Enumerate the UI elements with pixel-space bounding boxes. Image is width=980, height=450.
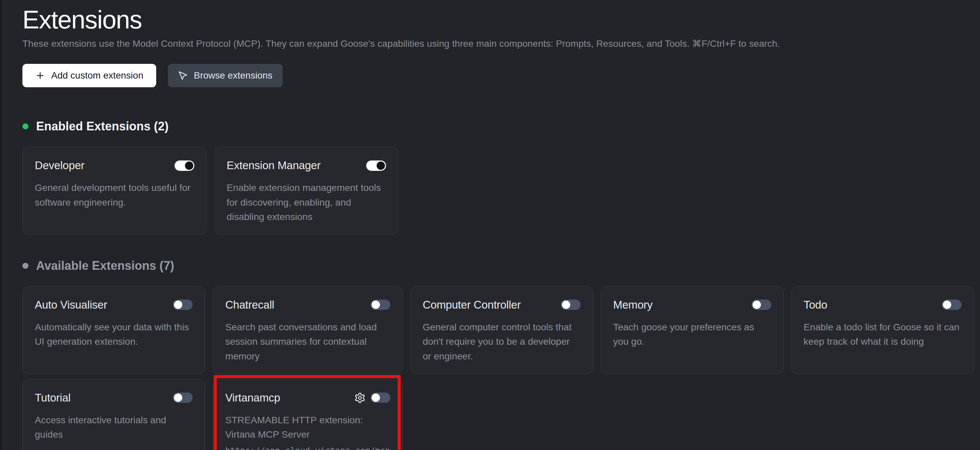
enabled-status-dot (22, 123, 29, 129)
extension-description: Enable a todo list for Goose so it can k… (804, 320, 962, 349)
add-custom-extension-button[interactable]: Add custom extension (22, 64, 156, 87)
available-extensions-grid: Auto Visualiser Automatically see your d… (22, 286, 974, 450)
todo-toggle[interactable] (942, 299, 962, 310)
window-left-edge (0, 0, 3, 450)
extension-description: General computer control tools that don'… (423, 320, 581, 364)
extension-title: Todo (804, 299, 827, 311)
extension-card-developer: Developer General development tools usef… (22, 147, 207, 235)
enabled-section-header: Enabled Extensions (2) (22, 119, 974, 134)
extension-description: Teach goose your preferences as you go. (613, 320, 771, 349)
browse-extensions-label: Browse extensions (194, 70, 273, 81)
extension-title: Extension Manager (227, 159, 321, 172)
memory-toggle[interactable] (752, 299, 771, 310)
tutorial-toggle[interactable] (173, 393, 192, 403)
extension-card-virtanamcp: Virtanamcp STREAMABLE HTTP extension: Vi… (213, 379, 402, 450)
add-custom-extension-label: Add custom extension (51, 70, 143, 81)
extension-card-auto-visualiser: Auto Visualiser Automatically see your d… (22, 286, 205, 374)
available-status-dot (22, 263, 29, 269)
extension-description: Search past conversations and load sessi… (225, 320, 390, 364)
extension-description: STREAMABLE HTTP extension: Virtana MCP S… (225, 413, 390, 442)
enabled-section-label: Enabled Extensions (2) (36, 119, 169, 134)
page-subtitle: These extensions use the Model Context P… (22, 38, 974, 49)
extension-description: General development tools useful for sof… (35, 181, 194, 210)
chatrecall-toggle[interactable] (371, 299, 390, 310)
extension-title: Computer Controller (423, 299, 521, 311)
extension-title: Tutorial (35, 391, 71, 404)
developer-toggle[interactable] (175, 161, 194, 171)
extension-manager-toggle[interactable] (366, 161, 386, 171)
available-section-header: Available Extensions (7) (22, 259, 974, 273)
extension-card-computer-controller: Computer Controller General computer con… (410, 286, 593, 374)
extension-description: Enable extension management tools for di… (227, 181, 386, 224)
extension-title: Virtanamcp (225, 391, 280, 404)
auto-visualiser-toggle[interactable] (173, 299, 192, 310)
extension-card-tutorial: Tutorial Access interactive tutorials an… (22, 379, 205, 450)
extension-card-extension-manager: Extension Manager Enable extension manag… (215, 147, 399, 235)
enabled-extensions-grid: Developer General development tools usef… (22, 147, 974, 235)
extension-title: Developer (35, 159, 84, 172)
toolbar: Add custom extension Browse extensions (22, 64, 974, 87)
extensions-page: Extensions These extensions use the Mode… (0, 0, 980, 450)
extension-title: Auto Visualiser (35, 299, 107, 311)
send-icon (178, 70, 188, 81)
plus-icon (35, 70, 45, 81)
extension-url: https://app.cloud.virtana.com/mcp (225, 446, 390, 450)
extension-card-memory: Memory Teach goose your preferences as y… (601, 286, 783, 374)
browse-extensions-button[interactable]: Browse extensions (168, 64, 283, 87)
page-title: Extensions (22, 6, 974, 33)
extension-card-chatrecall: Chatrecall Search past conversations and… (213, 286, 402, 374)
extension-description: Automatically see your data with this UI… (35, 320, 192, 349)
available-section-label: Available Extensions (7) (36, 259, 174, 273)
extension-title: Memory (613, 299, 652, 311)
virtanamcp-toggle[interactable] (371, 393, 390, 403)
gear-icon[interactable] (354, 392, 366, 404)
extension-title: Chatrecall (225, 299, 274, 311)
extension-description: Access interactive tutorials and guides (35, 413, 192, 442)
computer-controller-toggle[interactable] (561, 299, 581, 310)
extension-card-todo: Todo Enable a todo list for Goose so it … (791, 286, 974, 374)
